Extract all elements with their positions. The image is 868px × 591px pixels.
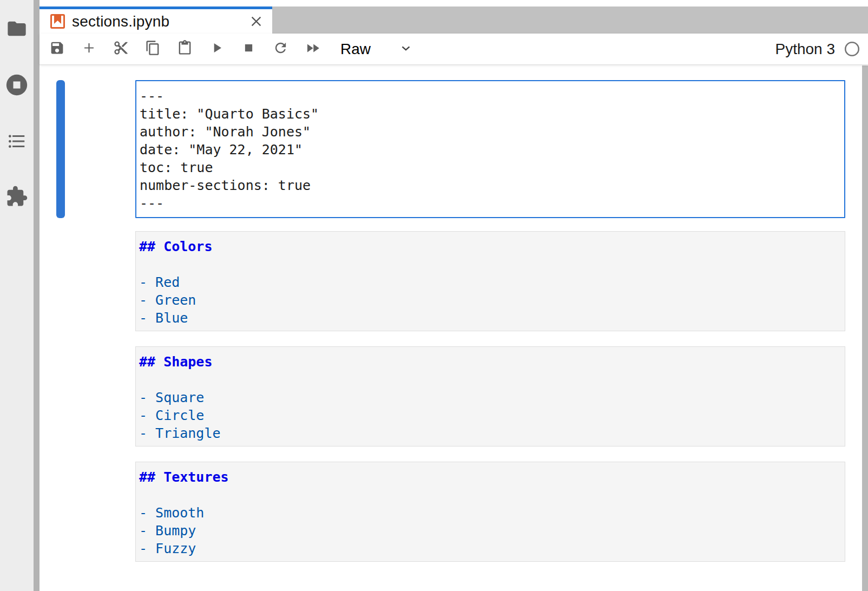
- code-line: - Green: [139, 291, 841, 309]
- code-line: ## Textures: [139, 468, 841, 486]
- sidebar-divider: [34, 0, 40, 591]
- play-icon: [209, 40, 225, 58]
- paste-cells-button[interactable]: [169, 34, 201, 64]
- sidebar-item-running-sessions[interactable]: [0, 73, 34, 100]
- notebook-panel: ---title: "Quarto Basics"author: "Norah …: [40, 65, 868, 591]
- notebook-cell[interactable]: ## Colors - Red- Green- Blue: [40, 231, 868, 331]
- stop-circle-icon: [4, 73, 29, 100]
- code-line: - Square: [139, 389, 841, 406]
- code-line: number-sections: true: [140, 176, 841, 194]
- code-line: - Blue: [139, 309, 841, 327]
- notebook-toolbar: Raw Python 3: [40, 34, 868, 65]
- copy-cells-button[interactable]: [137, 34, 169, 64]
- code-line: ## Shapes: [139, 353, 841, 371]
- cut-cells-button[interactable]: [105, 34, 137, 64]
- raw-cell-editor[interactable]: ---title: "Quarto Basics"author: "Norah …: [135, 80, 845, 218]
- right-edge-strip: [862, 65, 868, 591]
- cell-collapser[interactable]: [56, 462, 65, 562]
- run-cell-button[interactable]: [201, 34, 233, 64]
- kernel-area: Python 3: [775, 41, 860, 58]
- clipboard-icon: [177, 40, 193, 58]
- code-line: - Fuzzy: [139, 540, 841, 557]
- code-line: [139, 486, 841, 504]
- markdown-cell-editor[interactable]: ## Colors - Red- Green- Blue: [135, 231, 845, 331]
- cell-collapser[interactable]: [56, 80, 65, 218]
- code-line: - Circle: [139, 406, 841, 424]
- left-activity-bar: [0, 0, 34, 591]
- bullet-list-icon: [6, 131, 27, 154]
- code-line: ---: [140, 87, 841, 105]
- fast-forward-icon: [305, 40, 321, 58]
- markdown-cell-editor[interactable]: ## Shapes - Square- Circle- Triangle: [135, 346, 845, 446]
- notebook-cell[interactable]: ---title: "Quarto Basics"author: "Norah …: [40, 80, 868, 218]
- puzzle-icon: [5, 185, 28, 210]
- tab-sections-ipynb[interactable]: sections.ipynb: [40, 6, 272, 34]
- markdown-cell-editor[interactable]: ## Textures - Smooth- Bumpy- Fuzzy: [135, 462, 845, 562]
- cell-type-dropdown[interactable]: Raw: [340, 41, 413, 58]
- interrupt-kernel-button[interactable]: [233, 34, 265, 64]
- code-line: toc: true: [140, 159, 841, 176]
- code-line: - Red: [139, 273, 841, 291]
- cell-collapser[interactable]: [56, 231, 65, 331]
- notebook-file-icon: [50, 14, 65, 29]
- code-line: [139, 255, 841, 273]
- copy-icon: [145, 40, 161, 58]
- sidebar-item-file-browser[interactable]: [0, 18, 34, 42]
- cell-type-value: Raw: [340, 41, 371, 58]
- close-icon[interactable]: [249, 14, 264, 29]
- scissors-icon: [113, 40, 129, 58]
- stop-icon: [241, 40, 257, 58]
- save-button[interactable]: [41, 34, 73, 64]
- refresh-icon: [273, 40, 288, 58]
- notebook-cell[interactable]: ## Shapes - Square- Circle- Triangle: [40, 346, 868, 446]
- code-line: - Smooth: [139, 504, 841, 522]
- code-line: - Bumpy: [139, 522, 841, 540]
- restart-run-all-button[interactable]: [297, 34, 328, 64]
- kernel-status-icon[interactable]: [844, 41, 860, 57]
- code-line: ---: [140, 194, 841, 212]
- code-line: [139, 371, 841, 389]
- code-line: date: "May 22, 2021": [140, 141, 841, 159]
- plus-icon: [81, 40, 97, 58]
- chevron-down-icon: [371, 41, 413, 57]
- jupyterlab-window: sections.ipynb: [0, 0, 868, 591]
- cell-collapser[interactable]: [56, 346, 65, 446]
- notebook-cell[interactable]: ## Textures - Smooth- Bumpy- Fuzzy: [40, 462, 868, 562]
- code-line: title: "Quarto Basics": [140, 105, 841, 123]
- code-line: ## Colors: [139, 238, 841, 255]
- restart-kernel-button[interactable]: [265, 34, 297, 64]
- dock-tab-bar: sections.ipynb: [40, 6, 868, 34]
- sidebar-item-extension-manager[interactable]: [0, 185, 34, 210]
- save-icon: [49, 40, 65, 58]
- tab-title: sections.ipynb: [72, 13, 169, 30]
- sidebar-item-table-of-contents[interactable]: [0, 131, 34, 154]
- folder-icon: [6, 18, 28, 42]
- code-line: - Triangle: [139, 424, 841, 442]
- kernel-name: Python 3: [775, 41, 835, 58]
- top-strip: [40, 0, 868, 6]
- code-line: author: "Norah Jones": [140, 123, 841, 141]
- notebook-cells: ---title: "Quarto Basics"author: "Norah …: [40, 65, 868, 562]
- insert-cell-button[interactable]: [73, 34, 105, 64]
